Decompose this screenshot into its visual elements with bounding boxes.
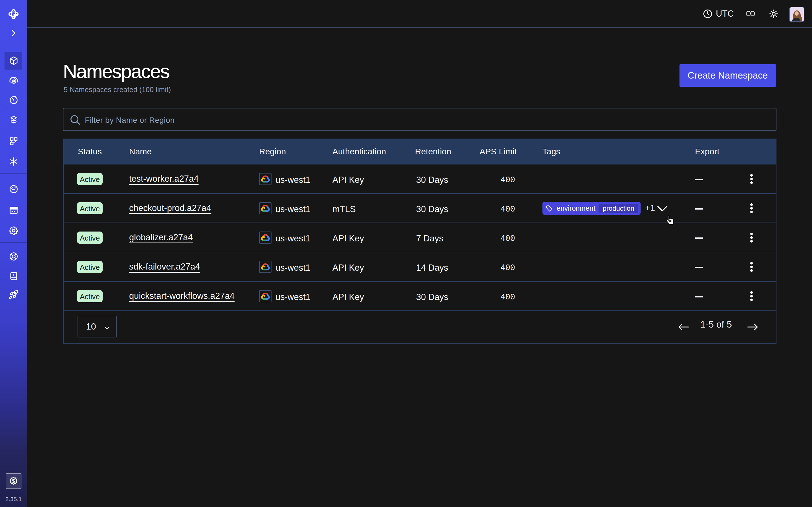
svg-text:$: $ — [12, 478, 15, 484]
